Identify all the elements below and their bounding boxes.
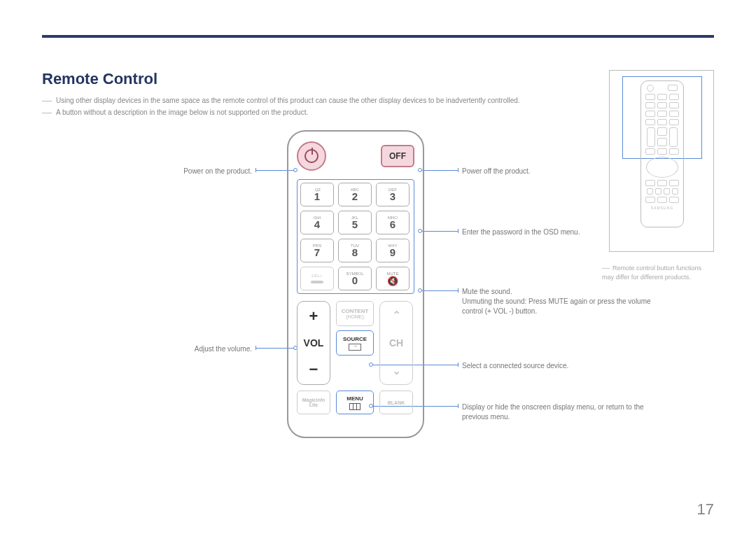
callout-mute-line2: Unmuting the sound: Press MUTE again or … — [462, 297, 672, 316]
callout-mute-line1: Mute the sound. — [462, 287, 672, 297]
leader-tick — [458, 288, 458, 293]
source-icon — [349, 344, 361, 351]
source-button: SOURCE — [336, 330, 374, 356]
key-5: JKL5 — [338, 211, 372, 234]
callout-menu: Display or hide the onscreen display men… — [462, 402, 672, 422]
leader-line — [420, 170, 458, 171]
leader-tick — [458, 363, 458, 367]
remote-body: OFF .QZ1 ABC2 DEF3 GHI4 JKL5 MNO6 PRS7 T… — [287, 130, 424, 438]
callout-volume: Adjust the volume. — [112, 344, 252, 354]
chevron-up-icon: ⌃ — [392, 309, 401, 322]
top-rule — [42, 35, 714, 38]
leader-tick — [255, 346, 256, 350]
leader-tick — [255, 168, 256, 172]
callout-mute: Mute the sound. Unmuting the sound: Pres… — [462, 287, 672, 316]
key-9: WXY9 — [376, 239, 410, 262]
note-text: Using other display devices in the same … — [56, 97, 520, 104]
key-del: DEL/- — [300, 267, 334, 290]
brand-logo: SAMSUNG — [645, 206, 680, 210]
mini-remote-frame: SAMSUNG — [609, 70, 714, 252]
side-note: ―Remote control button functions may dif… — [602, 262, 714, 282]
power-off-button: OFF — [381, 145, 414, 167]
volume-down-icon: − — [309, 360, 318, 379]
key-6: MNO6 — [376, 211, 410, 234]
key-0: SYMBOL0 — [338, 267, 372, 290]
leader-tick — [458, 168, 458, 172]
volume-up-icon: + — [309, 307, 318, 325]
key-3: DEF3 — [376, 183, 410, 206]
dash-icon: ― — [42, 97, 52, 104]
leader-tick — [458, 229, 458, 233]
ch-label: CH — [389, 337, 403, 349]
callout-source: Select a connected source device. — [462, 361, 672, 371]
leader-line — [420, 231, 458, 232]
menu-button: MENU — [336, 391, 374, 414]
note-text: A button without a description in the im… — [56, 108, 308, 116]
leader-line — [420, 290, 458, 291]
content-home-button: CONTENT (HOME) — [336, 301, 374, 326]
callout-power-on: Power on the product. — [112, 167, 252, 176]
blank-button: BLANK — [379, 391, 413, 414]
page-number: 17 — [697, 500, 714, 519]
key-mute: MUTE🔇 — [376, 267, 410, 290]
key-7: PRS7 — [300, 239, 334, 262]
mini-remote: SAMSUNG — [640, 80, 684, 227]
key-4: GHI4 — [300, 211, 334, 234]
menu-icon — [349, 403, 360, 410]
leader-tick — [458, 404, 458, 408]
power-icon — [304, 149, 318, 163]
mute-icon: 🔇 — [387, 276, 398, 286]
page: Remote Control ― Using other display dev… — [0, 0, 756, 534]
chevron-down-icon: ⌄ — [392, 364, 401, 377]
key-8: TUV8 — [338, 239, 372, 262]
power-on-button — [297, 141, 326, 171]
magicinfo-button: MagicInfo Lite — [297, 391, 330, 414]
key-2: ABC2 — [338, 183, 372, 206]
dash-icon: ― — [602, 263, 610, 272]
channel-rocker: ⌃ CH ⌄ — [379, 301, 413, 385]
dash-icon: ― — [42, 108, 52, 115]
number-pad-highlight: .QZ1 ABC2 DEF3 GHI4 JKL5 MNO6 PRS7 TUV8 … — [297, 179, 414, 294]
vol-label: VOL — [304, 337, 324, 349]
volume-rocker: + VOL − — [297, 301, 330, 385]
key-1: .QZ1 — [300, 183, 334, 206]
